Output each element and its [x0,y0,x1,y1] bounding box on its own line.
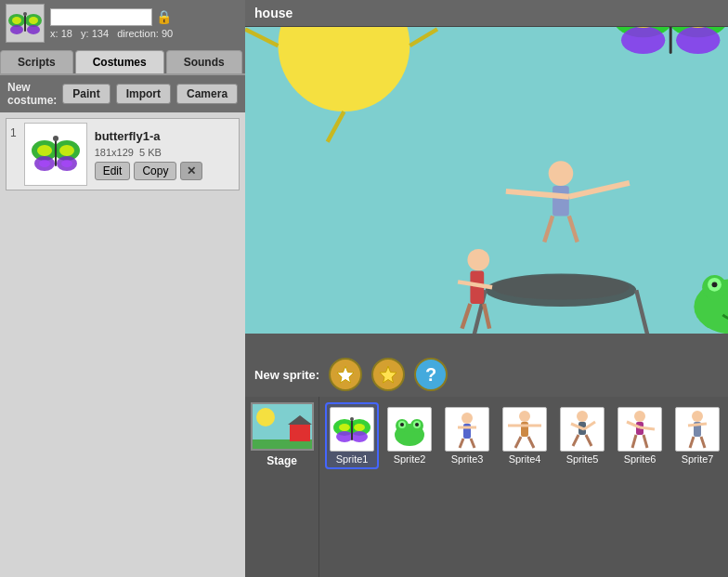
costume-preview [24,123,87,186]
svg-point-28 [621,27,665,54]
edit-button[interactable]: Edit [95,162,131,180]
sprite-thumb-label-sprite5: Sprite5 [566,453,599,465]
svg-rect-107 [463,424,471,439]
svg-point-104 [400,423,404,426]
svg-point-98 [350,417,354,421]
sprite-thumb-sprite4[interactable]: Sprite4 [498,402,552,469]
costume-list: 1 butterfly1-a 181x129 [0,112,245,577]
svg-point-29 [676,27,720,54]
sprite-thumbnails: Sprite1 Sprite2 [319,397,728,577]
svg-point-7 [23,12,27,16]
svg-point-2 [10,25,23,34]
svg-point-105 [415,423,419,426]
svg-rect-16 [55,140,57,166]
surprise-sprite-button[interactable]: ? [414,358,448,391]
load-sprite-button[interactable] [371,358,405,391]
y-value: 134 [92,28,109,39]
tabs-bar: Scripts Costumes Sounds [0,50,245,75]
sprite-name-row: Sprite1 🔒 [50,8,173,26]
sprite-icon [6,4,45,43]
sprite-name-input[interactable]: Sprite1 [50,8,152,26]
stage-scene: M [245,27,728,334]
svg-point-128 [692,411,703,422]
new-costume-label: New costume: [7,81,57,107]
sprite-thumb-img-sprite5 [560,407,604,452]
paint-button[interactable]: Paint [62,84,110,104]
svg-line-131 [690,437,694,448]
sprite-thumb-img-sprite7 [675,407,720,452]
tab-scripts[interactable]: Scripts [0,50,73,73]
svg-rect-112 [521,422,528,437]
sprite-meta: Sprite1 🔒 x: 18 y: 134 direction: 90 [50,8,173,39]
sprite-coords: x: 18 y: 134 direction: 90 [50,28,173,39]
dir-label: direction: [117,28,159,39]
sprite-thumb-sprite3[interactable]: Sprite3 [440,402,494,469]
sprite-thumb-img-sprite2 [387,407,432,452]
stage-header: house ▶ ⬤ [245,0,728,27]
svg-rect-47 [552,186,569,216]
left-panel: Sprite1 🔒 x: 18 y: 134 direction: 90 Scr… [0,0,245,577]
sprite-thumb-img-sprite4 [502,407,547,452]
svg-point-3 [27,25,40,34]
stage-title: house [254,6,292,20]
svg-point-53 [492,275,630,300]
svg-point-93 [336,431,353,442]
paint-sprite-button[interactable] [329,358,362,391]
camera-button[interactable]: Camera [176,84,238,104]
lock-icon: 🔒 [156,9,172,24]
new-sprite-label: New sprite: [254,368,319,382]
costume-number: 1 [10,123,17,139]
sprite-thumb-label-sprite6: Sprite6 [624,453,656,465]
svg-rect-97 [351,420,353,440]
sprite-thumb-img-sprite1 [330,407,374,452]
copy-button[interactable]: Copy [134,162,176,180]
svg-line-109 [460,439,463,448]
svg-marker-84 [337,366,354,383]
svg-rect-32 [670,27,672,54]
import-button[interactable]: Import [116,84,171,104]
costume-item[interactable]: 1 butterfly1-a 181x129 [6,118,240,190]
svg-line-132 [701,437,705,448]
sprite-thumb-img-sprite3 [445,407,489,452]
svg-point-94 [351,431,368,442]
x-value: 18 [61,28,72,39]
sprite-thumb-label-sprite7: Sprite7 [682,453,714,465]
svg-line-115 [528,437,534,448]
svg-line-110 [471,439,474,448]
svg-point-5 [29,17,38,24]
svg-point-17 [53,136,58,141]
svg-point-13 [59,145,74,156]
delete-button[interactable]: ✕ [180,162,202,180]
sprite-info-bar: Sprite1 🔒 x: 18 y: 134 direction: 90 [0,0,245,46]
sprite-thumb-label-sprite2: Sprite2 [394,453,426,465]
svg-point-111 [519,411,530,422]
sprite-thumb-img-sprite6 [618,407,662,452]
new-costume-bar: New costume: Paint Import Camera [0,75,245,112]
costume-buttons: Edit Copy ✕ [95,162,203,180]
sprite-thumb-sprite6[interactable]: Sprite6 [613,402,667,469]
tab-costumes[interactable]: Costumes [75,50,164,73]
svg-line-120 [573,435,578,446]
sprites-area: Stage Sprite1 [245,397,728,577]
svg-point-122 [634,411,645,422]
sprite-thumb-label-sprite4: Sprite4 [509,453,541,465]
sprite-thumb-label-sprite1: Sprite1 [336,453,369,465]
svg-point-15 [61,160,72,167]
svg-line-130 [688,424,707,426]
svg-point-116 [577,411,588,422]
sprite-thumb-sprite1[interactable]: Sprite1 [325,402,379,469]
svg-point-96 [354,424,365,431]
svg-rect-88 [290,423,310,441]
sprite-thumb-sprite2[interactable]: Sprite2 [383,402,436,469]
svg-point-95 [339,424,350,431]
sprite-thumb-sprite7[interactable]: Sprite7 [670,402,724,469]
svg-line-114 [515,437,521,448]
stage-thumbnail-container[interactable]: Stage [245,397,319,577]
svg-line-126 [632,435,636,448]
svg-line-121 [586,435,592,446]
costume-info: butterfly1-a 181x129 5 KB Edit Copy ✕ [95,129,203,180]
sprite-thumb-sprite5[interactable]: Sprite5 [555,402,609,469]
sprite-thumb-label-sprite3: Sprite3 [451,453,484,465]
tab-sounds[interactable]: Sounds [166,50,242,73]
svg-point-57 [468,249,490,271]
